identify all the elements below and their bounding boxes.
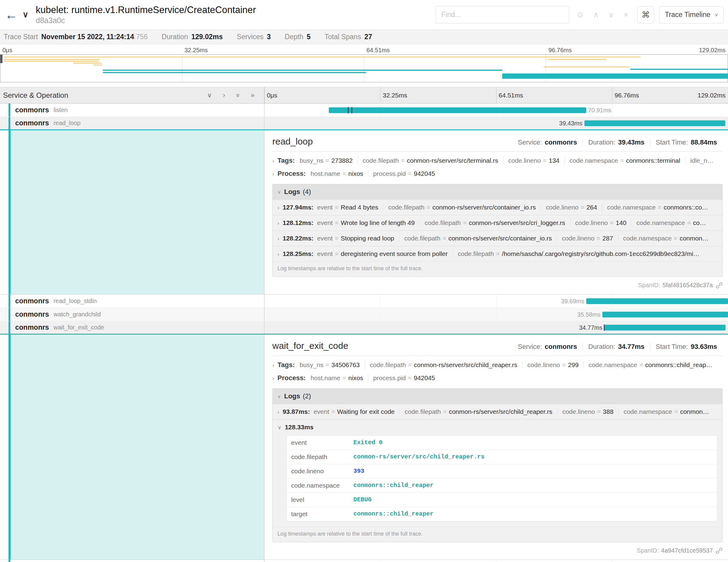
- ruler-tick: 32.25ms: [383, 92, 407, 99]
- process-row[interactable]: › Process: host.name=nixos process.pid=9…: [272, 374, 723, 382]
- detail-span-name: wait_for_exit_code: [272, 341, 348, 351]
- service-name: conmonrs: [15, 119, 49, 127]
- trace-depth: Depth 5: [285, 33, 311, 41]
- process-tag: process.pid=942045: [368, 374, 440, 382]
- collapse-all-icon[interactable]: »: [235, 93, 241, 97]
- chevron-right-icon: ›: [272, 376, 274, 381]
- chevron-right-icon: ›: [272, 171, 274, 177]
- log-timestamp: 127.94ms:: [283, 204, 314, 211]
- minimap-tick: 96.76ms: [549, 47, 572, 54]
- log-entry[interactable]: › 128.25ms: event=deregistering event so…: [273, 246, 722, 261]
- process-label: Process:: [277, 374, 306, 382]
- log-field: code.namespace=conmon…: [618, 408, 714, 415]
- log-field: code.filepath=/home/sascha/.cargo/regist…: [453, 250, 705, 257]
- service-name: conmonrs: [15, 106, 49, 114]
- span-row-watch-grandchild[interactable]: conmonrs watch_grandchild 35.58ms: [0, 308, 728, 321]
- process-row[interactable]: › Process: host.name=nixos process.pid=9…: [272, 170, 723, 178]
- locate-icon[interactable]: ⊙: [577, 11, 583, 19]
- find-prev-icon[interactable]: ∧: [593, 11, 599, 19]
- copy-link-icon[interactable]: [716, 547, 723, 554]
- log-field: code.lineno=287: [557, 235, 618, 242]
- trace-header-collapse-button[interactable]: ∨: [21, 10, 30, 19]
- minimap-ruler: 0μs 32.25ms 64.51ms 96.76ms 129.02ms: [0, 44, 728, 54]
- span-id-value: 4a947cfd1ce59537: [661, 547, 713, 554]
- span-row-read-loop-stdin[interactable]: conmonrs read_loop_stdin 39.69ms: [0, 295, 728, 308]
- detail-duration: Duration:34.77ms: [583, 343, 650, 351]
- log-field-row: code.namespace conmonrs::child_reaper: [287, 478, 717, 492]
- span-row-write-exit-path[interactable]: conmonrs write_exit_path 303μs: [0, 560, 728, 562]
- span-bar[interactable]: [604, 325, 726, 330]
- log-entry-expanded[interactable]: ∨ 128.33ms: [273, 419, 722, 435]
- log-field: event=Read 4 bytes: [317, 204, 383, 211]
- log-field: event=deregistering event source from po…: [317, 250, 453, 257]
- find-input[interactable]: [441, 10, 564, 19]
- back-arrow-icon: ←: [5, 8, 18, 22]
- tags-row[interactable]: › Tags: busy_ns=34506763 code.filepath=c…: [272, 361, 723, 369]
- log-field: code.filepath=conmon-rs/server/src/conta…: [383, 204, 541, 211]
- process-tag: process.pid=942045: [368, 170, 440, 177]
- logs-section: ∨ Logs (2) › 93.87ms: event=Waiting for …: [272, 388, 723, 542]
- command-icon: ⌘: [642, 10, 650, 20]
- log-fields-table: event Exited 0 code.filepath conmon-rs/s…: [287, 435, 717, 521]
- expand-all-icon[interactable]: »: [251, 92, 254, 99]
- logs-header[interactable]: ∨ Logs (2): [273, 389, 722, 404]
- logs-count: (2): [303, 392, 311, 400]
- log-field: code.lineno=264: [541, 204, 602, 211]
- top-bar: ← ∨ kubelet: runtime.v1.RuntimeService/C…: [0, 0, 728, 29]
- span-bar-cell: 303μs: [264, 560, 728, 562]
- span-bar-cell: 39.69ms: [264, 295, 728, 308]
- span-color-stripe: [9, 321, 10, 334]
- logs-section: ∨ Logs (4) › 127.94ms: event=Read 4 byte…: [272, 184, 723, 277]
- ruler-tick: 96.76ms: [614, 92, 639, 99]
- span-bar[interactable]: [584, 120, 725, 126]
- expand-one-icon[interactable]: ›: [223, 92, 225, 99]
- span-bar-cell: 70.91ms: [264, 104, 728, 117]
- log-entry[interactable]: › 93.87ms: event=Waiting for exit code c…: [273, 404, 722, 419]
- find-box: [436, 6, 569, 23]
- span-name-cell: conmonrs wait_for_exit_code: [0, 321, 264, 334]
- span-row-listen[interactable]: conmonrs listen 70.91ms: [0, 104, 728, 117]
- service-name: conmonrs: [15, 323, 49, 332]
- chevron-right-icon: ›: [277, 205, 279, 210]
- page-title: kubelet: runtime.v1.RuntimeService/Creat…: [36, 5, 256, 15]
- span-bar[interactable]: [586, 298, 728, 304]
- log-field: code.namespace=conmon…: [618, 235, 713, 242]
- trace-total-spans: Total Spans 27: [325, 33, 372, 41]
- trace-timeline-dropdown[interactable]: Trace Timeline ∨: [659, 6, 724, 23]
- logs-label: Logs: [284, 188, 300, 196]
- tag: busy_ns=273882: [300, 157, 358, 164]
- find-clear-icon[interactable]: ×: [624, 11, 628, 19]
- operation-name: read_loop_stdin: [53, 298, 97, 305]
- span-bar-cell: 39.43ms: [264, 117, 728, 129]
- span-bar[interactable]: [329, 107, 586, 113]
- collapse-controls: ∨ › » »: [207, 92, 254, 99]
- chevron-down-icon: ∨: [277, 394, 281, 399]
- trace-view: ← ∨ kubelet: runtime.v1.RuntimeService/C…: [0, 0, 728, 562]
- span-id-label: SpanID:: [638, 282, 660, 289]
- trace-start: Trace Start November 15 2022, 11:24:14.7…: [4, 33, 148, 41]
- collapse-one-icon[interactable]: ∨: [207, 92, 212, 99]
- title-block: kubelet: runtime.v1.RuntimeService/Creat…: [36, 5, 256, 25]
- find-next-icon[interactable]: ∨: [608, 11, 614, 19]
- log-entry[interactable]: › 128.22ms: event=Stopping read loop cod…: [273, 230, 722, 246]
- back-button[interactable]: ←: [2, 8, 21, 22]
- chevron-right-icon: ›: [272, 158, 274, 164]
- log-entry[interactable]: › 127.94ms: event=Read 4 bytes code.file…: [273, 199, 722, 215]
- process-tag: host.name=nixos: [311, 170, 368, 177]
- tag: idle_n…: [685, 157, 719, 164]
- span-name-cell: conmonrs read_loop: [0, 117, 264, 129]
- span-row-wait-for-exit-code[interactable]: conmonrs wait_for_exit_code 34.77ms: [0, 321, 728, 335]
- copy-link-icon[interactable]: [716, 282, 723, 289]
- trace-id: d8a3a0c: [36, 16, 256, 25]
- span-rows: conmonrs listen 70.91ms conmonrs read_lo…: [0, 104, 728, 562]
- logs-header[interactable]: ∨ Logs (4): [273, 184, 722, 199]
- timeline-minimap: 0μs 32.25ms 64.51ms 96.76ms 129.02ms: [0, 44, 728, 82]
- span-row-read-loop[interactable]: conmonrs read_loop 39.43ms: [0, 117, 728, 130]
- span-bar[interactable]: [602, 312, 728, 317]
- tags-row[interactable]: › Tags: busy_ns=273882 code.filepath=con…: [272, 157, 723, 165]
- operation-name: watch_grandchild: [53, 311, 101, 318]
- keyboard-shortcuts-button[interactable]: ⌘: [637, 6, 654, 23]
- logs-count: (4): [303, 188, 311, 196]
- log-entry[interactable]: › 128.12ms: event=Wrote log line of leng…: [273, 215, 722, 230]
- minimap-canvas[interactable]: [0, 54, 728, 82]
